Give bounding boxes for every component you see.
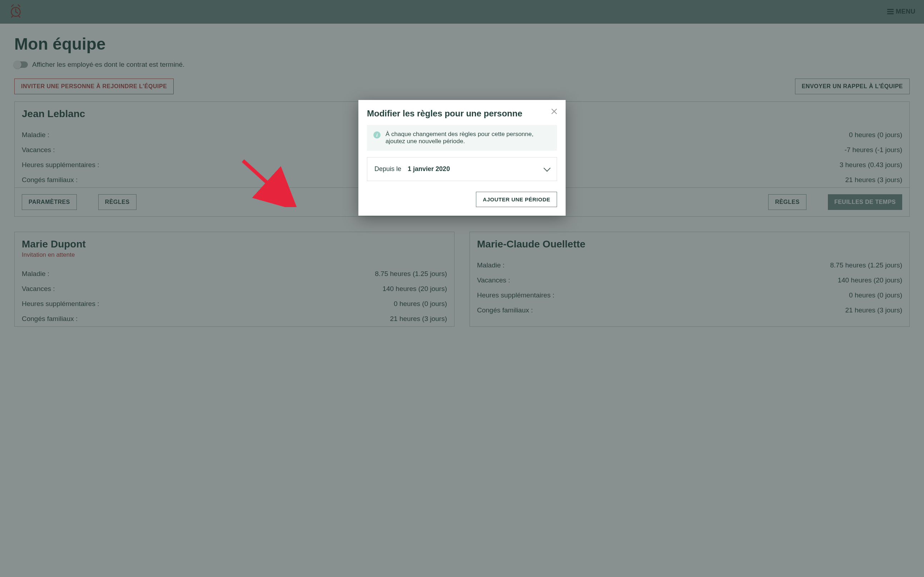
modal-title: Modifier les règles pour une personne xyxy=(367,108,557,119)
modal-info-text: À chaque changement des règles pour cett… xyxy=(386,131,551,145)
period-row[interactable]: Depuis le 1 janvier 2020 xyxy=(367,157,557,181)
chevron-down-icon xyxy=(543,164,551,172)
modal-overlay[interactable]: Modifier les règles pour une personne i … xyxy=(0,0,924,577)
add-period-button[interactable]: AJOUTER UNE PÉRIODE xyxy=(476,192,557,207)
close-icon[interactable] xyxy=(550,107,559,116)
rules-modal: Modifier les règles pour une personne i … xyxy=(359,100,565,216)
since-date: 1 janvier 2020 xyxy=(408,165,450,173)
info-icon: i xyxy=(373,131,381,139)
since-label: Depuis le xyxy=(375,165,401,173)
modal-info-box: i À chaque changement des règles pour ce… xyxy=(367,125,557,151)
